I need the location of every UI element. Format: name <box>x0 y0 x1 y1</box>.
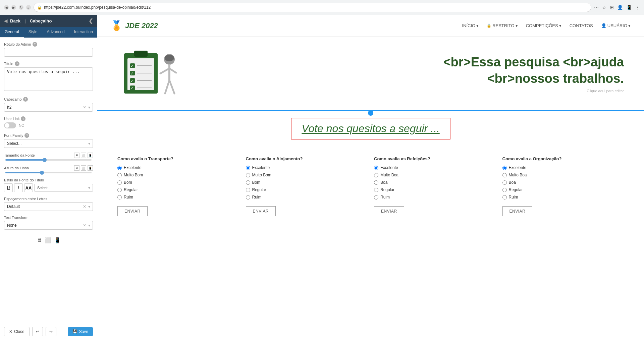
letter-spacing-clear[interactable]: ✕ <box>83 204 86 209</box>
redo-button[interactable]: ↪ <box>46 327 56 336</box>
radio-input-0-1[interactable] <box>117 173 122 177</box>
title-help[interactable]: ? <box>15 61 19 66</box>
extensions-icon[interactable]: ⊞ <box>610 5 614 10</box>
admin-label-input[interactable] <box>4 48 93 57</box>
radio-option-2-3[interactable]: Regular <box>374 187 496 192</box>
menu-icon[interactable]: ⋯ <box>594 5 599 10</box>
radio-input-0-2[interactable] <box>117 180 122 185</box>
header-help[interactable]: ? <box>23 97 28 102</box>
radio-option-3-2[interactable]: Boa <box>502 180 624 185</box>
enviar-button-0[interactable]: ENVIAR <box>117 206 148 216</box>
forward-button[interactable]: ▶ <box>11 5 16 10</box>
radio-option-1-4[interactable]: Ruim <box>246 195 368 200</box>
text-transform-select[interactable]: None <box>4 221 93 230</box>
header-select[interactable]: h2 h1 h3 h4 h5 h6 <box>4 103 93 112</box>
radio-option-2-4[interactable]: Ruim <box>374 195 496 200</box>
star-icon[interactable]: ☆ <box>602 5 606 10</box>
tab-general[interactable]: General <box>0 27 24 38</box>
reload-button[interactable]: ↻ <box>19 5 23 10</box>
radio-input-0-0[interactable] <box>117 166 122 170</box>
nav-inicio[interactable]: INÍCIO ▾ <box>462 23 479 28</box>
back-button[interactable]: ◀ <box>4 5 9 10</box>
radio-input-3-1[interactable] <box>502 173 507 177</box>
tab-advanced[interactable]: Advanced <box>42 27 69 38</box>
radio-option-3-3[interactable]: Regular <box>502 187 624 192</box>
radio-input-3-4[interactable] <box>502 195 507 200</box>
radio-input-1-1[interactable] <box>246 173 250 177</box>
back-label[interactable]: Back <box>10 18 20 23</box>
radio-input-2-2[interactable] <box>374 180 378 185</box>
radio-input-1-2[interactable] <box>246 180 250 185</box>
uppercase-button[interactable]: AA <box>24 183 33 192</box>
radio-option-1-0[interactable]: Excelente <box>246 165 368 170</box>
desktop-device-icon[interactable]: 🖥 <box>37 237 42 243</box>
profile-icon[interactable]: 👤 <box>617 5 623 10</box>
selected-heading[interactable]: Vote nos quesitos a seguir ... <box>302 122 440 135</box>
radio-option-0-2[interactable]: Bom <box>117 180 239 185</box>
radio-option-1-3[interactable]: Regular <box>246 187 368 192</box>
radio-input-1-4[interactable] <box>246 195 250 200</box>
tab-interaction[interactable]: Interaction <box>69 27 97 38</box>
radio-input-2-3[interactable] <box>374 188 378 192</box>
radio-option-0-1[interactable]: Muito Bom <box>117 173 239 177</box>
radio-option-3-0[interactable]: Excelente <box>502 165 624 170</box>
mobile-icon[interactable]: 📱 <box>626 5 632 10</box>
desktop-icon[interactable]: 🖥 <box>74 153 79 158</box>
radio-input-1-3[interactable] <box>246 188 250 192</box>
title-textarea[interactable]: Vote nos quesitos a seguir ... <box>4 67 93 91</box>
lh-desktop-icon[interactable]: 🖥 <box>74 165 79 171</box>
radio-option-2-1[interactable]: Muito Boa <box>374 173 496 177</box>
more-icon[interactable]: ⋮ <box>635 5 640 10</box>
nav-contatos[interactable]: CONTATOS <box>570 23 593 28</box>
nav-restrito[interactable]: 🔒 RESTRITO ▾ <box>487 23 518 28</box>
radio-option-2-0[interactable]: Excelente <box>374 165 496 170</box>
font-size-slider-thumb[interactable] <box>43 158 47 162</box>
address-bar[interactable]: 🔒 https://jde22.com.br/index.php/pesquis… <box>34 3 591 12</box>
radio-input-2-1[interactable] <box>374 173 378 177</box>
radio-option-1-2[interactable]: Bom <box>246 180 368 185</box>
mobile-size-icon[interactable]: 📱 <box>88 153 93 158</box>
font-family-help[interactable]: ? <box>24 133 29 138</box>
radio-input-3-2[interactable] <box>502 180 507 185</box>
use-link-toggle[interactable] <box>4 122 16 128</box>
radio-input-0-3[interactable] <box>117 188 122 192</box>
close-button[interactable]: ✕ Close <box>4 327 30 336</box>
radio-input-2-4[interactable] <box>374 195 378 200</box>
text-transform-clear[interactable]: ✕ <box>83 223 86 228</box>
font-family-select[interactable]: Select... <box>4 139 93 148</box>
admin-label-help[interactable]: ? <box>33 42 37 47</box>
tablet-icon[interactable]: ⬜ <box>81 153 86 158</box>
mobile-device-icon[interactable]: 📱 <box>54 237 61 243</box>
selected-heading-section[interactable]: Vote nos quesitos a seguir ... <box>97 111 644 146</box>
back-link[interactable]: ◀ <box>4 18 7 23</box>
enviar-button-3[interactable]: ENVIAR <box>502 206 533 216</box>
radio-input-1-0[interactable] <box>246 166 250 170</box>
hero-section[interactable]: ✓ ✓ ✓ ✓ <box>97 37 644 111</box>
radio-option-0-3[interactable]: Regular <box>117 187 239 192</box>
header-select-clear[interactable]: ✕ <box>83 105 86 110</box>
nav-usuario[interactable]: 👤 USUÁRIO ▾ <box>601 23 631 28</box>
radio-input-0-4[interactable] <box>117 195 122 200</box>
italic-button[interactable]: I <box>14 183 23 192</box>
radio-option-1-1[interactable]: Muito Bom <box>246 173 368 177</box>
lh-mobile-icon[interactable]: 📱 <box>88 165 93 171</box>
home-button[interactable]: ⌂ <box>26 5 31 10</box>
radio-input-2-0[interactable] <box>374 166 378 170</box>
use-link-help[interactable]: ? <box>21 116 25 121</box>
line-height-slider-thumb[interactable] <box>40 171 44 175</box>
radio-input-3-3[interactable] <box>502 188 507 192</box>
enviar-button-2[interactable]: ENVIAR <box>374 206 404 216</box>
save-button[interactable]: 💾 Save <box>68 327 93 336</box>
radio-option-0-0[interactable]: Excelente <box>117 165 239 170</box>
letter-spacing-select[interactable]: Default <box>4 202 93 211</box>
radio-option-3-4[interactable]: Ruim <box>502 195 624 200</box>
enviar-button-1[interactable]: ENVIAR <box>246 206 276 216</box>
radio-input-3-0[interactable] <box>502 166 507 170</box>
radio-option-0-4[interactable]: Ruim <box>117 195 239 200</box>
collapse-button[interactable]: ❮ <box>89 18 93 24</box>
tab-style[interactable]: Style <box>24 27 42 38</box>
lh-tablet-icon[interactable]: ⬜ <box>81 165 86 171</box>
nav-competicoes[interactable]: COMPETIÇÕES ▾ <box>526 23 561 28</box>
hero-title[interactable]: <br>Essa pesquisa <br>ajuda<br>nossos tr… <box>198 54 624 87</box>
tablet-device-icon[interactable]: ⬜ <box>45 237 51 243</box>
